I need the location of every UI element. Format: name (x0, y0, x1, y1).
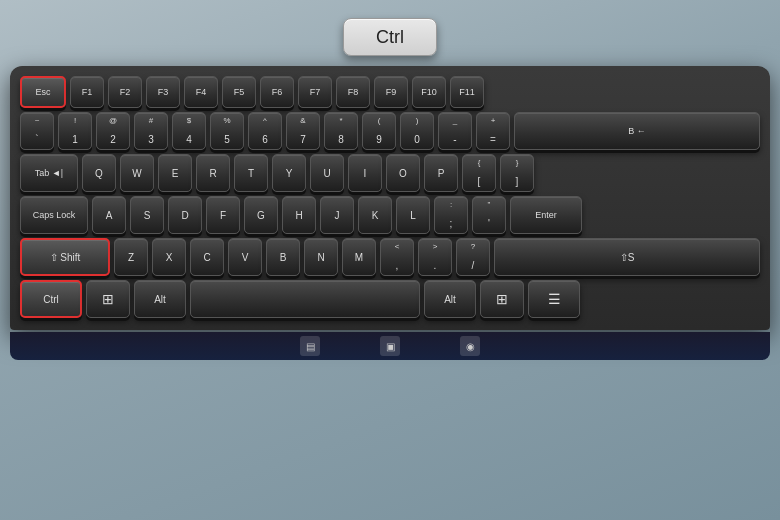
enter-key[interactable]: Enter (510, 196, 582, 234)
bracket-open-key[interactable]: {[ (462, 154, 496, 192)
taskbar-icon-3: ◉ (460, 336, 480, 356)
left-shift-key[interactable]: ⇧ Shift (20, 238, 110, 276)
home-row: Caps Lock A S D F G H J K L :; "' Enter (20, 196, 760, 234)
h-key[interactable]: H (282, 196, 316, 234)
equals-key[interactable]: += (476, 112, 510, 150)
f10-key[interactable]: F10 (412, 76, 446, 108)
taskbar: ▤ ▣ ◉ (10, 332, 770, 360)
q-key[interactable]: Q (82, 154, 116, 192)
3-key[interactable]: #3 (134, 112, 168, 150)
u-key[interactable]: U (310, 154, 344, 192)
left-alt-key[interactable]: Alt (134, 280, 186, 318)
p-key[interactable]: P (424, 154, 458, 192)
period-key[interactable]: >. (418, 238, 452, 276)
tilde-key[interactable]: ~` (20, 112, 54, 150)
0-key[interactable]: )0 (400, 112, 434, 150)
5-key[interactable]: %5 (210, 112, 244, 150)
f9-key[interactable]: F9 (374, 76, 408, 108)
o-key[interactable]: O (386, 154, 420, 192)
backspace-key[interactable]: B ← (514, 112, 760, 150)
minus-key[interactable]: _- (438, 112, 472, 150)
right-win-key[interactable]: ⊞ (480, 280, 524, 318)
k-key[interactable]: K (358, 196, 392, 234)
quote-key[interactable]: "' (472, 196, 506, 234)
j-key[interactable]: J (320, 196, 354, 234)
right-alt-key[interactable]: Alt (424, 280, 476, 318)
f5-key[interactable]: F5 (222, 76, 256, 108)
m-key[interactable]: M (342, 238, 376, 276)
number-row: ~` !1 @2 #3 $4 %5 ^6 &7 *8 (9 )0 _- += B… (20, 112, 760, 150)
n-key[interactable]: N (304, 238, 338, 276)
t-key[interactable]: T (234, 154, 268, 192)
6-key[interactable]: ^6 (248, 112, 282, 150)
f6-key[interactable]: F6 (260, 76, 294, 108)
w-key[interactable]: W (120, 154, 154, 192)
y-key[interactable]: Y (272, 154, 306, 192)
comma-key[interactable]: <, (380, 238, 414, 276)
caps-lock-key[interactable]: Caps Lock (20, 196, 88, 234)
menu-key[interactable]: ☰ (528, 280, 580, 318)
f-key[interactable]: F (206, 196, 240, 234)
v-key[interactable]: V (228, 238, 262, 276)
keyboard: Esc F1 F2 F3 F4 F5 F6 F7 F8 F9 F10 F11 ~… (10, 66, 770, 330)
2-key[interactable]: @2 (96, 112, 130, 150)
tab-key[interactable]: Tab ◄| (20, 154, 78, 192)
left-ctrl-key[interactable]: Ctrl (20, 280, 82, 318)
right-shift-key[interactable]: ⇧S (494, 238, 760, 276)
4-key[interactable]: $4 (172, 112, 206, 150)
8-key[interactable]: *8 (324, 112, 358, 150)
space-key[interactable] (190, 280, 420, 318)
qwerty-row: Tab ◄| Q W E R T Y U I O P {[ }] (20, 154, 760, 192)
d-key[interactable]: D (168, 196, 202, 234)
f3-key[interactable]: F3 (146, 76, 180, 108)
left-win-key[interactable]: ⊞ (86, 280, 130, 318)
i-key[interactable]: I (348, 154, 382, 192)
fn-row: Esc F1 F2 F3 F4 F5 F6 F7 F8 F9 F10 F11 (20, 76, 760, 108)
1-key[interactable]: !1 (58, 112, 92, 150)
floating-ctrl-label: Ctrl (343, 18, 437, 56)
ctrl-floating-key: Ctrl (343, 18, 437, 56)
esc-key[interactable]: Esc (20, 76, 66, 108)
bracket-close-key[interactable]: }] (500, 154, 534, 192)
slash-key[interactable]: ?/ (456, 238, 490, 276)
g-key[interactable]: G (244, 196, 278, 234)
semicolon-key[interactable]: :; (434, 196, 468, 234)
bottom-row: Ctrl ⊞ Alt Alt ⊞ ☰ (20, 280, 760, 318)
f2-key[interactable]: F2 (108, 76, 142, 108)
z-key[interactable]: Z (114, 238, 148, 276)
taskbar-icon-1: ▤ (300, 336, 320, 356)
shift-row: ⇧ Shift Z X C V B N M <, >. ?/ ⇧S (20, 238, 760, 276)
a-key[interactable]: A (92, 196, 126, 234)
l-key[interactable]: L (396, 196, 430, 234)
s-key[interactable]: S (130, 196, 164, 234)
x-key[interactable]: X (152, 238, 186, 276)
f1-key[interactable]: F1 (70, 76, 104, 108)
f11-key[interactable]: F11 (450, 76, 484, 108)
f4-key[interactable]: F4 (184, 76, 218, 108)
e-key[interactable]: E (158, 154, 192, 192)
f8-key[interactable]: F8 (336, 76, 370, 108)
b-key[interactable]: B (266, 238, 300, 276)
c-key[interactable]: C (190, 238, 224, 276)
taskbar-icon-2: ▣ (380, 336, 400, 356)
9-key[interactable]: (9 (362, 112, 396, 150)
r-key[interactable]: R (196, 154, 230, 192)
7-key[interactable]: &7 (286, 112, 320, 150)
f7-key[interactable]: F7 (298, 76, 332, 108)
